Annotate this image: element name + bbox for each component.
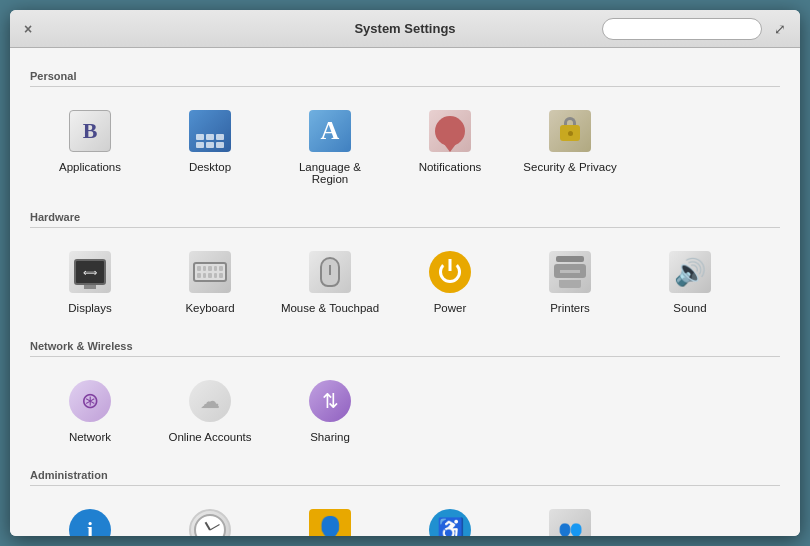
section-label-network: Network & Wireless	[30, 340, 780, 357]
system-settings-window: × System Settings 🔍 ⤢ Personal Applicati…	[10, 10, 800, 536]
item-displays[interactable]: ⟺ Displays	[30, 240, 150, 322]
section-grid-personal: Applications	[30, 93, 780, 199]
item-security[interactable]: Security & Privacy	[510, 99, 630, 193]
power-icon	[426, 248, 474, 296]
settings-content: Personal Applications	[10, 48, 800, 536]
search-input[interactable]	[602, 18, 762, 40]
online-accounts-label: Online Accounts	[168, 431, 251, 443]
keyboard-icon	[186, 248, 234, 296]
item-mouse[interactable]: Mouse & Touchpad	[270, 240, 390, 322]
network-label: Network	[69, 431, 111, 443]
item-network[interactable]: ⊛ Network	[30, 369, 150, 451]
notifications-icon	[426, 107, 474, 155]
printers-label: Printers	[550, 302, 590, 314]
power-label: Power	[434, 302, 467, 314]
item-keyboard[interactable]: Keyboard	[150, 240, 270, 322]
item-sharing[interactable]: ⇅ Sharing	[270, 369, 390, 451]
mouse-label: Mouse & Touchpad	[281, 302, 379, 314]
item-sound[interactable]: 🔊 Sound	[630, 240, 750, 322]
item-applications[interactable]: Applications	[30, 99, 150, 193]
item-printers[interactable]: Printers	[510, 240, 630, 322]
parental-icon: 👤	[306, 506, 354, 536]
section-label-personal: Personal	[30, 70, 780, 87]
datetime-icon	[186, 506, 234, 536]
expand-button[interactable]: ⤢	[770, 19, 790, 39]
item-datetime[interactable]: Date & Time	[150, 498, 270, 536]
applications-label: Applications	[59, 161, 121, 173]
item-online-accounts[interactable]: ☁ Online Accounts	[150, 369, 270, 451]
applications-icon	[66, 107, 114, 155]
search-wrapper: 🔍	[602, 18, 762, 40]
section-label-hardware: Hardware	[30, 211, 780, 228]
item-users[interactable]: 👥 User Accounts	[510, 498, 630, 536]
mouse-icon	[306, 248, 354, 296]
section-grid-administration: i About Date & Time	[30, 492, 780, 536]
desktop-label: Desktop	[189, 161, 231, 173]
keyboard-label: Keyboard	[185, 302, 234, 314]
printers-icon	[546, 248, 594, 296]
online-accounts-icon: ☁	[186, 377, 234, 425]
sharing-label: Sharing	[310, 431, 350, 443]
item-about[interactable]: i About	[30, 498, 150, 536]
desktop-icon	[186, 107, 234, 155]
about-icon: i	[66, 506, 114, 536]
access-icon: ♿	[426, 506, 474, 536]
item-access[interactable]: ♿ Universal Access	[390, 498, 510, 536]
sound-icon: 🔊	[666, 248, 714, 296]
network-icon: ⊛	[66, 377, 114, 425]
window-title: System Settings	[354, 21, 455, 36]
section-grid-hardware: ⟺ Displays Keyboard	[30, 234, 780, 328]
users-icon: 👥	[546, 506, 594, 536]
close-button[interactable]: ×	[20, 21, 36, 37]
security-label: Security & Privacy	[523, 161, 616, 173]
displays-label: Displays	[68, 302, 111, 314]
sound-label: Sound	[673, 302, 706, 314]
section-grid-network: ⊛ Network ☁ Online Accounts ⇅	[30, 363, 780, 457]
item-notifications[interactable]: Notifications	[390, 99, 510, 193]
item-language[interactable]: Language & Region	[270, 99, 390, 193]
titlebar-right: 🔍 ⤢	[602, 18, 790, 40]
notifications-label: Notifications	[419, 161, 482, 173]
section-label-administration: Administration	[30, 469, 780, 486]
item-power[interactable]: Power	[390, 240, 510, 322]
item-desktop[interactable]: Desktop	[150, 99, 270, 193]
language-label: Language & Region	[280, 161, 380, 185]
sharing-icon: ⇅	[306, 377, 354, 425]
language-icon	[306, 107, 354, 155]
security-icon	[546, 107, 594, 155]
item-parental[interactable]: 👤 Parental Control	[270, 498, 390, 536]
titlebar: × System Settings 🔍 ⤢	[10, 10, 800, 48]
displays-icon: ⟺	[66, 248, 114, 296]
